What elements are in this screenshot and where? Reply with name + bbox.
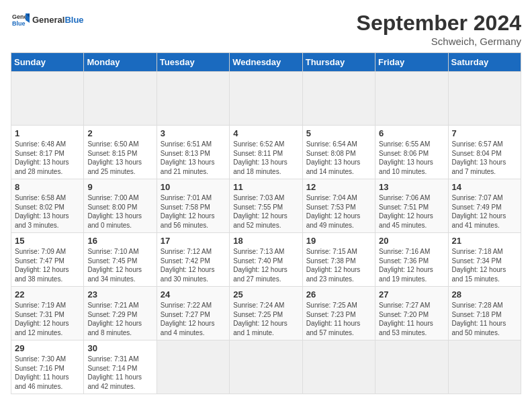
day-number: 28 bbox=[452, 289, 517, 300]
day-info: Sunrise: 7:16 AM Sunset: 7:36 PM Dayligh… bbox=[379, 247, 444, 283]
calendar-cell bbox=[302, 340, 375, 394]
calendar-cell: 14Sunrise: 7:07 AM Sunset: 7:49 PM Dayli… bbox=[448, 179, 521, 233]
day-info: Sunrise: 7:21 AM Sunset: 7:29 PM Dayligh… bbox=[87, 301, 152, 337]
day-number: 7 bbox=[452, 128, 517, 138]
day-number: 15 bbox=[15, 236, 80, 246]
calendar-cell bbox=[230, 72, 302, 126]
day-number: 25 bbox=[233, 289, 298, 300]
svg-text:Blue: Blue bbox=[12, 20, 26, 27]
day-info: Sunrise: 7:15 AM Sunset: 7:38 PM Dayligh… bbox=[306, 247, 371, 283]
calendar-cell: 25Sunrise: 7:24 AM Sunset: 7:25 PM Dayli… bbox=[230, 287, 302, 340]
day-info: Sunrise: 7:07 AM Sunset: 7:49 PM Dayligh… bbox=[452, 193, 517, 230]
logo-icon: General Blue bbox=[11, 11, 30, 30]
day-info: Sunrise: 6:51 AM Sunset: 8:13 PM Dayligh… bbox=[161, 140, 226, 176]
calendar-cell: 9Sunrise: 7:00 AM Sunset: 8:00 PM Daylig… bbox=[84, 179, 157, 233]
calendar-cell bbox=[230, 340, 302, 394]
day-info: Sunrise: 7:03 AM Sunset: 7:55 PM Dayligh… bbox=[233, 193, 298, 230]
calendar-cell bbox=[302, 72, 375, 126]
calendar-cell: 7Sunrise: 6:57 AM Sunset: 8:04 PM Daylig… bbox=[448, 126, 521, 179]
calendar-week-row: 8Sunrise: 6:58 AM Sunset: 8:02 PM Daylig… bbox=[11, 179, 521, 233]
calendar-cell: 5Sunrise: 6:54 AM Sunset: 8:08 PM Daylig… bbox=[302, 126, 375, 179]
day-info: Sunrise: 7:10 AM Sunset: 7:45 PM Dayligh… bbox=[87, 247, 152, 283]
calendar-cell bbox=[448, 72, 521, 126]
calendar-cell: 12Sunrise: 7:04 AM Sunset: 7:53 PM Dayli… bbox=[302, 179, 375, 233]
day-info: Sunrise: 7:28 AM Sunset: 7:18 PM Dayligh… bbox=[452, 301, 517, 337]
day-info: Sunrise: 6:55 AM Sunset: 8:06 PM Dayligh… bbox=[379, 140, 444, 176]
calendar-cell: 29Sunrise: 7:30 AM Sunset: 7:16 PM Dayli… bbox=[11, 340, 84, 394]
day-number: 2 bbox=[87, 128, 152, 138]
calendar-cell bbox=[84, 72, 157, 126]
day-number: 3 bbox=[161, 128, 226, 138]
calendar-cell: 30Sunrise: 7:31 AM Sunset: 7:14 PM Dayli… bbox=[84, 340, 157, 394]
calendar-cell: 27Sunrise: 7:27 AM Sunset: 7:20 PM Dayli… bbox=[375, 287, 448, 340]
calendar-cell: 1Sunrise: 6:48 AM Sunset: 8:17 PM Daylig… bbox=[11, 126, 84, 179]
calendar-cell: 28Sunrise: 7:28 AM Sunset: 7:18 PM Dayli… bbox=[448, 287, 521, 340]
day-number: 18 bbox=[233, 236, 298, 246]
calendar-cell: 11Sunrise: 7:03 AM Sunset: 7:55 PM Dayli… bbox=[230, 179, 302, 233]
day-info: Sunrise: 6:48 AM Sunset: 8:17 PM Dayligh… bbox=[15, 140, 80, 176]
day-number: 21 bbox=[452, 236, 517, 246]
calendar-cell bbox=[11, 72, 84, 126]
day-number: 14 bbox=[452, 182, 517, 192]
logo: General Blue GeneralBlue bbox=[11, 11, 84, 30]
calendar-title-area: September 2024 Schweich, Germany bbox=[357, 11, 521, 47]
day-number: 10 bbox=[161, 182, 226, 192]
location-subtitle: Schweich, Germany bbox=[357, 36, 521, 47]
day-number: 12 bbox=[306, 182, 371, 192]
logo-text: GeneralBlue bbox=[32, 15, 84, 25]
day-number: 24 bbox=[161, 289, 226, 300]
day-number: 20 bbox=[379, 236, 444, 246]
calendar-cell: 10Sunrise: 7:01 AM Sunset: 7:58 PM Dayli… bbox=[157, 179, 229, 233]
day-info: Sunrise: 7:19 AM Sunset: 7:31 PM Dayligh… bbox=[15, 301, 80, 337]
weekday-header: Friday bbox=[375, 53, 448, 72]
day-number: 11 bbox=[233, 182, 298, 192]
day-number: 26 bbox=[306, 289, 371, 300]
day-number: 16 bbox=[87, 236, 152, 246]
calendar-cell bbox=[375, 72, 448, 126]
calendar-cell: 16Sunrise: 7:10 AM Sunset: 7:45 PM Dayli… bbox=[84, 233, 157, 287]
calendar-week-row: 29Sunrise: 7:30 AM Sunset: 7:16 PM Dayli… bbox=[11, 340, 521, 394]
day-info: Sunrise: 7:13 AM Sunset: 7:40 PM Dayligh… bbox=[233, 247, 298, 283]
day-number: 4 bbox=[233, 128, 298, 138]
calendar-cell: 17Sunrise: 7:12 AM Sunset: 7:42 PM Dayli… bbox=[157, 233, 229, 287]
day-number: 29 bbox=[15, 343, 80, 353]
day-info: Sunrise: 6:57 AM Sunset: 8:04 PM Dayligh… bbox=[452, 140, 517, 176]
calendar-cell: 19Sunrise: 7:15 AM Sunset: 7:38 PM Dayli… bbox=[302, 233, 375, 287]
calendar-table: SundayMondayTuesdayWednesdayThursdayFrid… bbox=[11, 52, 521, 394]
page-header: General Blue GeneralBlue September 2024 … bbox=[11, 11, 521, 47]
day-number: 19 bbox=[306, 236, 371, 246]
day-info: Sunrise: 7:27 AM Sunset: 7:20 PM Dayligh… bbox=[379, 301, 444, 337]
logo-general: General bbox=[32, 15, 64, 25]
day-number: 27 bbox=[379, 289, 444, 300]
day-info: Sunrise: 7:22 AM Sunset: 7:27 PM Dayligh… bbox=[161, 301, 226, 337]
day-info: Sunrise: 7:31 AM Sunset: 7:14 PM Dayligh… bbox=[87, 355, 152, 391]
day-number: 23 bbox=[87, 289, 152, 300]
day-number: 1 bbox=[15, 128, 80, 138]
calendar-cell: 6Sunrise: 6:55 AM Sunset: 8:06 PM Daylig… bbox=[375, 126, 448, 179]
day-info: Sunrise: 7:06 AM Sunset: 7:51 PM Dayligh… bbox=[379, 193, 444, 230]
calendar-week-row: 22Sunrise: 7:19 AM Sunset: 7:31 PM Dayli… bbox=[11, 287, 521, 340]
calendar-week-row: 1Sunrise: 6:48 AM Sunset: 8:17 PM Daylig… bbox=[11, 126, 521, 179]
calendar-cell bbox=[448, 340, 521, 394]
weekday-header: Thursday bbox=[302, 53, 375, 72]
day-info: Sunrise: 6:50 AM Sunset: 8:15 PM Dayligh… bbox=[87, 140, 152, 176]
calendar-cell: 18Sunrise: 7:13 AM Sunset: 7:40 PM Dayli… bbox=[230, 233, 302, 287]
day-info: Sunrise: 7:01 AM Sunset: 7:58 PM Dayligh… bbox=[161, 193, 226, 230]
calendar-cell: 4Sunrise: 6:52 AM Sunset: 8:11 PM Daylig… bbox=[230, 126, 302, 179]
calendar-cell: 24Sunrise: 7:22 AM Sunset: 7:27 PM Dayli… bbox=[157, 287, 229, 340]
calendar-cell: 20Sunrise: 7:16 AM Sunset: 7:36 PM Dayli… bbox=[375, 233, 448, 287]
month-title: September 2024 bbox=[357, 11, 521, 36]
day-info: Sunrise: 7:30 AM Sunset: 7:16 PM Dayligh… bbox=[15, 355, 80, 391]
calendar-cell: 13Sunrise: 7:06 AM Sunset: 7:51 PM Dayli… bbox=[375, 179, 448, 233]
calendar-cell bbox=[375, 340, 448, 394]
day-info: Sunrise: 7:12 AM Sunset: 7:42 PM Dayligh… bbox=[161, 247, 226, 283]
calendar-cell: 22Sunrise: 7:19 AM Sunset: 7:31 PM Dayli… bbox=[11, 287, 84, 340]
day-number: 22 bbox=[15, 289, 80, 300]
weekday-header: Saturday bbox=[448, 53, 521, 72]
calendar-cell: 3Sunrise: 6:51 AM Sunset: 8:13 PM Daylig… bbox=[157, 126, 229, 179]
calendar-cell: 21Sunrise: 7:18 AM Sunset: 7:34 PM Dayli… bbox=[448, 233, 521, 287]
day-number: 6 bbox=[379, 128, 444, 138]
day-info: Sunrise: 6:54 AM Sunset: 8:08 PM Dayligh… bbox=[306, 140, 371, 176]
calendar-cell bbox=[157, 72, 229, 126]
day-info: Sunrise: 6:52 AM Sunset: 8:11 PM Dayligh… bbox=[233, 140, 298, 176]
